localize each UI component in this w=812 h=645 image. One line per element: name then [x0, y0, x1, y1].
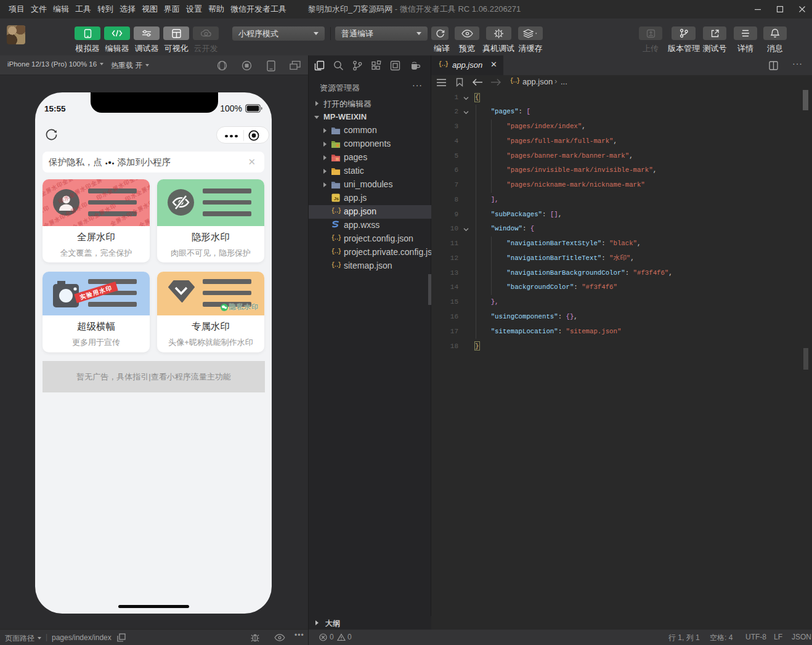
svg-text:Js: Js	[334, 196, 339, 201]
